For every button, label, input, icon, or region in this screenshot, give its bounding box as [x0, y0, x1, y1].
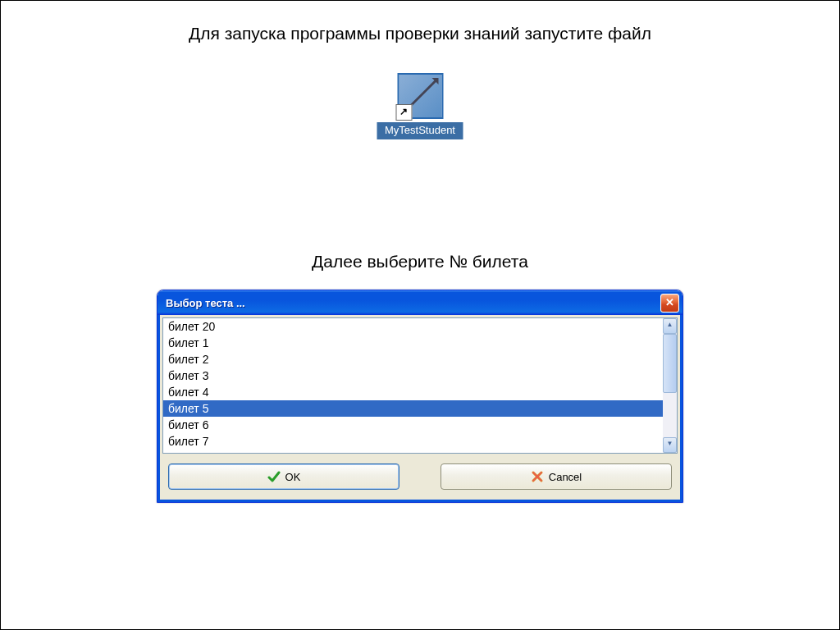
cancel-button-label: Cancel — [549, 471, 582, 483]
list-item[interactable]: билет 20 — [163, 318, 663, 335]
cancel-button[interactable]: Cancel — [441, 463, 672, 490]
ok-button-label: OK — [285, 471, 301, 483]
dialog-button-row: OK Cancel — [158, 454, 682, 502]
list-item[interactable]: билет 3 — [163, 368, 663, 384]
list-item[interactable]: билет 5 — [163, 400, 663, 417]
cancel-x-icon — [531, 470, 544, 483]
list-item[interactable]: билет 4 — [163, 384, 663, 400]
scroll-up-button[interactable]: ▲ — [663, 318, 677, 334]
list-item[interactable]: билет 7 — [163, 433, 663, 450]
list-item[interactable]: билет 2 — [163, 351, 663, 368]
test-listbox[interactable]: билет 20билет 1билет 2билет 3билет 4биле… — [163, 318, 663, 453]
scroll-thumb[interactable] — [663, 334, 677, 393]
close-icon: ✕ — [665, 296, 674, 308]
list-item[interactable]: билет 1 — [163, 335, 663, 351]
test-selection-dialog: Выбор теста ... ✕ билет 20билет 1билет 2… — [157, 290, 683, 503]
shortcut-app-icon: ↗ — [397, 73, 443, 119]
shortcut-overlay-icon: ↗ — [395, 104, 412, 121]
scroll-down-button[interactable]: ▼ — [663, 437, 677, 453]
instruction-text-1: Для запуска программы проверки знаний за… — [1, 24, 839, 43]
list-item[interactable]: билет 6 — [163, 417, 663, 433]
dialog-title: Выбор теста ... — [166, 297, 660, 309]
scroll-track[interactable] — [663, 334, 677, 437]
test-listbox-container: билет 20билет 1билет 2билет 3билет 4биле… — [162, 317, 678, 454]
dialog-body: билет 20билет 1билет 2билет 3билет 4биле… — [158, 315, 682, 454]
ok-button[interactable]: OK — [168, 463, 399, 490]
instruction-text-2: Далее выберите № билета — [1, 252, 839, 272]
close-button[interactable]: ✕ — [660, 294, 679, 313]
shortcut-label: MyTestStudent — [377, 122, 463, 139]
dialog-titlebar[interactable]: Выбор теста ... ✕ — [158, 290, 682, 315]
check-icon — [267, 470, 281, 483]
desktop-shortcut[interactable]: ↗ MyTestStudent — [377, 73, 463, 139]
vertical-scrollbar[interactable]: ▲ ▼ — [663, 318, 677, 453]
